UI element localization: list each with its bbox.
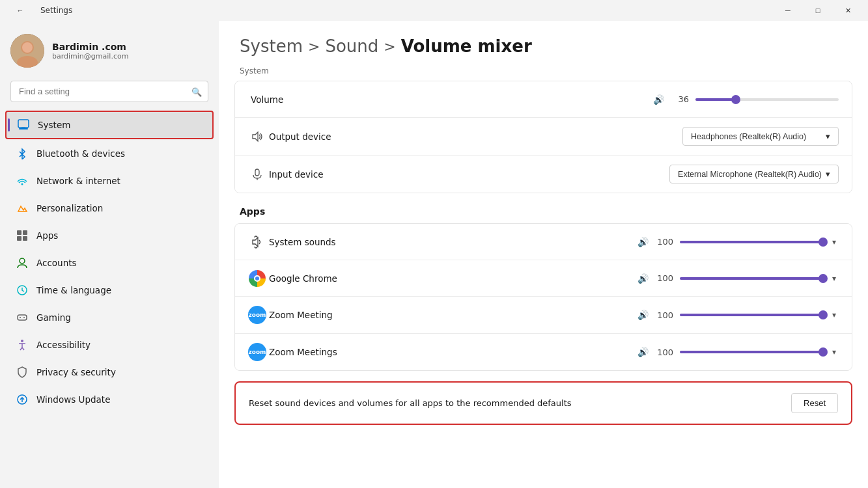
input-device-value: External Microphone (Realtek(R) Audio) (678, 170, 822, 179)
input-icon (248, 168, 266, 181)
zoom-meetings-row[interactable]: zoom Zoom Meetings 🔊 100 ▾ (235, 334, 852, 370)
volume-row[interactable]: Volume 🔊 36 (235, 81, 852, 118)
system-sounds-slider[interactable] (680, 236, 823, 249)
sidebar-item-accounts[interactable]: Accounts (5, 250, 214, 276)
system-sounds-row[interactable]: System sounds 🔊 100 ▾ (235, 224, 852, 260)
avatar (10, 34, 44, 68)
volume-thumb[interactable] (731, 95, 740, 104)
system-sounds-controls: 🔊 100 ▾ (637, 235, 839, 249)
update-icon (16, 393, 29, 406)
zoom-meetings-slider[interactable] (680, 346, 823, 359)
svg-point-7 (21, 183, 23, 185)
volume-track (695, 98, 839, 101)
zoom-meetings-icon-wrap: zoom (248, 343, 266, 361)
zoom-meeting-icon: zoom (248, 306, 266, 324)
close-button[interactable]: ✕ (833, 0, 863, 21)
sidebar-label-system: System (38, 120, 70, 130)
user-info: Bardimin .com bardimin@gmail.com (52, 42, 128, 61)
sidebar-label-accessibility: Accessibility (36, 340, 91, 350)
maximize-button[interactable]: □ (803, 0, 833, 21)
svg-point-18 (21, 340, 23, 342)
svg-rect-14 (18, 315, 27, 320)
sidebar-item-personalization[interactable]: Personalization (5, 195, 214, 221)
volume-fill (695, 98, 736, 101)
sidebar-label-personalization: Personalization (36, 203, 103, 213)
reset-button[interactable]: Reset (791, 393, 838, 413)
chrome-icon-wrap (248, 270, 266, 287)
back-button[interactable]: ← (5, 0, 35, 21)
accessibility-icon (16, 338, 29, 351)
minimize-button[interactable]: ─ (773, 0, 803, 21)
input-dropdown-wrap: External Microphone (Realtek(R) Audio) ▾ (669, 165, 839, 183)
system-sounds-label: System sounds (266, 237, 637, 247)
zoom-meetings-expand[interactable]: ▾ (830, 345, 839, 359)
volume-slider[interactable] (695, 93, 839, 106)
titlebar-left: ← Settings (5, 0, 72, 21)
window-controls: ─ □ ✕ (773, 0, 863, 21)
zoom-meeting-slider[interactable] (680, 308, 823, 321)
sidebar-item-system[interactable]: System (5, 111, 214, 139)
zoom-meetings-label: Zoom Meetings (266, 347, 637, 357)
apps-section-label: Apps (219, 196, 868, 221)
sidebar-label-apps: Apps (36, 230, 58, 241)
output-label: Output device (266, 131, 682, 142)
sidebar: Bardimin .com bardimin@gmail.com 🔍 Syste… (0, 21, 219, 488)
input-device-dropdown[interactable]: External Microphone (Realtek(R) Audio) ▾ (669, 165, 839, 183)
svg-point-12 (20, 258, 25, 264)
network-icon (16, 174, 29, 187)
system-sounds-expand[interactable]: ▾ (830, 235, 839, 249)
breadcrumb-part1: System (240, 36, 303, 56)
apps-settings-card: System sounds 🔊 100 ▾ (234, 223, 852, 371)
svg-rect-21 (255, 169, 259, 176)
output-dropdown-wrap: Headphones (Realtek(R) Audio) ▾ (682, 127, 839, 146)
sidebar-item-windows-update[interactable]: Windows Update (5, 386, 214, 413)
privacy-icon (16, 366, 29, 379)
output-icon (248, 130, 266, 143)
zoom-meetings-vol-icon: 🔊 (637, 347, 649, 357)
zoom-meeting-expand[interactable]: ▾ (830, 308, 839, 322)
search-icon: 🔍 (191, 87, 202, 96)
output-device-row[interactable]: Output device Headphones (Realtek(R) Aud… (235, 118, 852, 156)
sidebar-label-network: Network & internet (36, 176, 120, 186)
input-chevron-icon: ▾ (826, 169, 830, 179)
content-area: System > Sound > Volume mixer System Vol… (219, 21, 868, 488)
sidebar-item-gaming[interactable]: Gaming (5, 305, 214, 331)
svg-rect-8 (17, 230, 21, 235)
reset-text: Reset sound devices and volumes for all … (249, 398, 791, 408)
zoom-meetings-icon: zoom (248, 343, 266, 361)
zoom-meetings-controls: 🔊 100 ▾ (637, 345, 839, 359)
search-box: 🔍 (10, 81, 208, 102)
user-section[interactable]: Bardimin .com bardimin@gmail.com (0, 21, 219, 78)
svg-rect-10 (17, 236, 21, 241)
section-label: System (219, 61, 868, 78)
sidebar-item-apps[interactable]: Apps (5, 223, 214, 249)
chrome-controls: 🔊 100 ▾ (637, 271, 839, 286)
titlebar: ← Settings ─ □ ✕ (0, 0, 868, 21)
chrome-slider[interactable] (680, 272, 823, 285)
zoom-meeting-icon-wrap: zoom (248, 306, 266, 324)
sidebar-item-accessibility[interactable]: Accessibility (5, 332, 214, 358)
personalization-icon (16, 202, 29, 215)
breadcrumb-part2: Sound (325, 36, 378, 56)
output-device-dropdown[interactable]: Headphones (Realtek(R) Audio) ▾ (682, 127, 839, 146)
volume-icon: 🔊 (653, 94, 664, 105)
zoom-meeting-row[interactable]: zoom Zoom Meeting 🔊 100 ▾ (235, 297, 852, 334)
zoom-meeting-label: Zoom Meeting (266, 310, 637, 320)
breadcrumb: System > Sound > Volume mixer (219, 21, 868, 61)
chrome-expand[interactable]: ▾ (830, 271, 839, 286)
active-indicator (8, 118, 10, 131)
system-sounds-volume: 100 (655, 237, 673, 247)
gaming-icon (16, 311, 29, 324)
search-input[interactable] (10, 81, 208, 102)
sidebar-item-network[interactable]: Network & internet (5, 168, 214, 194)
sidebar-item-privacy[interactable]: Privacy & security (5, 359, 214, 385)
input-device-row[interactable]: Input device External Microphone (Realte… (235, 156, 852, 193)
chrome-vol-icon: 🔊 (637, 273, 649, 284)
svg-rect-4 (18, 120, 29, 128)
sidebar-item-bluetooth[interactable]: Bluetooth & devices (5, 141, 214, 167)
chrome-row[interactable]: Google Chrome 🔊 100 ▾ (235, 260, 852, 297)
sidebar-item-time[interactable]: Time & language (5, 277, 214, 303)
zoom-meeting-controls: 🔊 100 ▾ (637, 308, 839, 322)
breadcrumb-sep2: > (384, 38, 395, 55)
zoom-meetings-volume: 100 (655, 347, 673, 357)
